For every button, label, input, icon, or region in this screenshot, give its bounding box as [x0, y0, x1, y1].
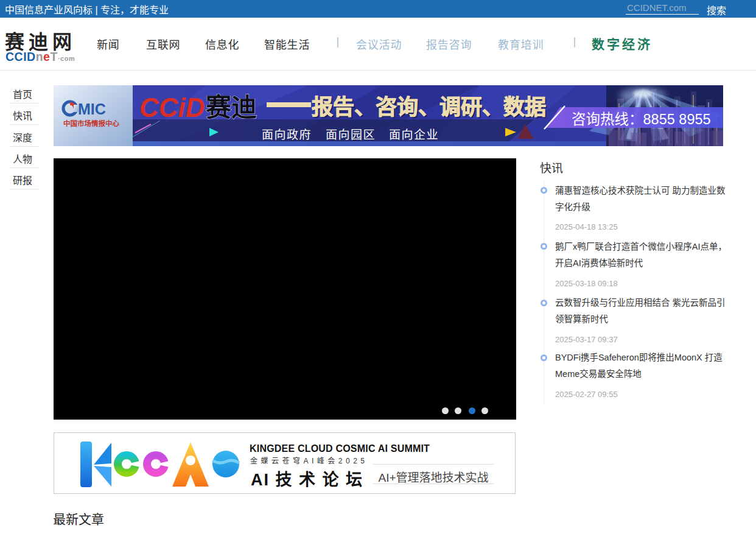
svg-text:报告、咨询、调研、数据: 报告、咨询、调研、数据 [312, 95, 546, 119]
svg-text:面向企业: 面向企业 [389, 128, 439, 141]
svg-text:中国市场情报中心: 中国市场情报中心 [63, 119, 119, 127]
svg-text:CCiD: CCiD [139, 93, 205, 122]
svg-text:面向政府: 面向政府 [262, 128, 312, 141]
svg-text:面向园区: 面向园区 [326, 128, 376, 141]
svg-text:咨询热线：8855 8955: 咨询热线：8855 8955 [572, 111, 711, 127]
svg-text:赛迪: 赛迪 [206, 93, 257, 122]
svg-text:MIC: MIC [78, 100, 106, 118]
